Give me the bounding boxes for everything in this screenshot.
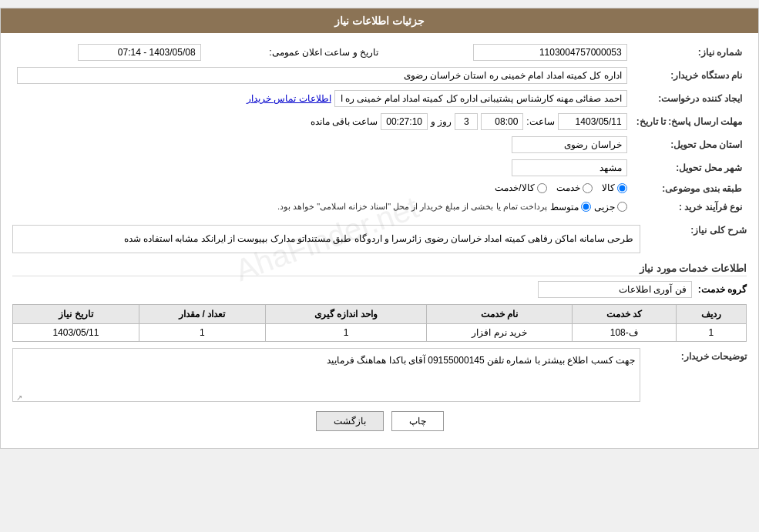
category-radio-kala-khedmat[interactable] xyxy=(537,183,547,193)
category-radio-kala[interactable] xyxy=(617,183,627,193)
cell-date: 1403/05/11 xyxy=(13,323,139,341)
category-label-khedmat: خدمت xyxy=(556,182,580,193)
category-label-kala-khedmat: کالا/خدمت xyxy=(495,182,534,193)
send-time-label: ساعت: xyxy=(526,116,554,127)
category-radio-group: کالا خدمت کالا/خدمت xyxy=(495,182,626,193)
province-value-cell: خراسان رضوی xyxy=(12,133,632,156)
buttons-row: چاپ بازگشت xyxy=(12,411,747,431)
city-label: شهر محل تحویل: xyxy=(632,156,747,179)
services-section-title: اطلاعات خدمات مورد نیاز xyxy=(12,263,747,276)
purchase-type-label: نوع فرآیند خرید : xyxy=(632,199,747,216)
send-days-box: 3 xyxy=(455,113,478,130)
need-number-value-cell: 1103004757000053 xyxy=(394,41,632,64)
buyer-notes-text: جهت کسب اطلاع بیشتر با شماره تلفن 091550… xyxy=(327,355,635,366)
cell-name: خرید نرم افزار xyxy=(427,323,573,341)
requester-link[interactable]: اطلاعات تماس خریدار xyxy=(247,93,331,104)
category-label: طبقه بندی موضوعی: xyxy=(632,179,747,199)
cell-quantity: 1 xyxy=(139,323,265,341)
col-unit: واحد اندازه گیری xyxy=(265,304,427,323)
city-value-cell: مشهد xyxy=(12,156,632,179)
description-section: شرح کلی نیاز: AhaFinder.net طرحی سامانه … xyxy=(12,222,747,256)
services-table-body: 1 ف-108 خرید نرم افزار 1 1 1403/05/11 xyxy=(13,323,747,341)
page-wrapper: جزئیات اطلاعات نیاز شماره نیاز: 11030047… xyxy=(0,8,759,449)
category-option-khedmat[interactable]: خدمت xyxy=(556,182,593,193)
public-date-label-cell: تاریخ و ساعت اعلان عمومی: xyxy=(206,41,394,64)
send-deadline-value-cell: 1403/05/11 ساعت: 08:00 3 روز و 00:27:10 … xyxy=(12,110,632,133)
row-city: شهر محل تحویل: مشهد xyxy=(12,156,747,179)
need-number-label: شماره نیاز: xyxy=(632,41,747,64)
cell-row: 1 xyxy=(676,323,746,341)
purchase-type-value-cell: جزیی متوسط پرداخت تمام یا بخشی از مبلغ خ… xyxy=(12,199,632,216)
row-province: استان محل تحویل: خراسان رضوی xyxy=(12,133,747,156)
service-group-box: فن آوری اطلاعات xyxy=(538,281,692,298)
page-header: جزئیات اطلاعات نیاز xyxy=(1,8,758,33)
row-send-deadline: مهلت ارسال پاسخ: تا تاریخ: 1403/05/11 سا… xyxy=(12,110,747,133)
resize-handle: ↗ xyxy=(15,392,22,400)
requester-box: احمد صفائی مهنه کارشناس پشتیبانی اداره ک… xyxy=(334,90,627,107)
row-need-number: شماره نیاز: 1103004757000053 تاریخ و ساع… xyxy=(12,41,747,64)
purchase-type-desc: پرداخت تمام یا بخشی از مبلغ خریدار از مح… xyxy=(277,202,547,212)
province-label: استان محل تحویل: xyxy=(632,133,747,156)
description-label: شرح کلی نیاز: xyxy=(646,222,747,236)
purchase-type-radio-motavasset[interactable] xyxy=(581,202,591,212)
purchase-type-option-motavasset[interactable]: متوسط xyxy=(550,202,591,212)
purchase-type-radio-jozi[interactable] xyxy=(617,202,627,212)
services-table-header: ردیف کد خدمت نام خدمت واحد اندازه گیری ت… xyxy=(13,304,747,323)
send-date-box: 1403/05/11 xyxy=(558,113,627,130)
buyer-org-value-cell: اداره کل کمیته امداد امام خمینی ره استان… xyxy=(12,64,632,87)
public-date-box: 1403/05/08 - 07:14 xyxy=(78,44,201,61)
send-remaining-label: ساعت باقی مانده xyxy=(311,116,378,127)
requester-value-cell: احمد صفائی مهنه کارشناس پشتیبانی اداره ک… xyxy=(12,87,632,110)
send-remaining-box: 00:27:10 xyxy=(381,113,428,130)
city-box: مشهد xyxy=(512,159,627,176)
buyer-org-label: نام دستگاه خریدار: xyxy=(632,64,747,87)
requester-label: ایجاد کننده درخواست: xyxy=(632,87,747,110)
category-label-kala: کالا xyxy=(602,182,615,193)
cell-unit: 1 xyxy=(265,323,427,341)
purchase-type-label-jozi: جزیی xyxy=(594,202,615,212)
category-value-cell: کالا خدمت کالا/خدمت xyxy=(12,179,632,199)
buyer-notes-wrapper: جهت کسب اطلاع بیشتر با شماره تلفن 091550… xyxy=(12,348,640,402)
col-quantity: تعداد / مقدار xyxy=(139,304,265,323)
purchase-type-label-motavasset: متوسط xyxy=(550,202,579,212)
category-option-kala-khedmat[interactable]: کالا/خدمت xyxy=(495,182,546,193)
row-category: طبقه بندی موضوعی: کالا خدمت xyxy=(12,179,747,199)
send-time-box: 08:00 xyxy=(481,113,523,130)
need-number-box: 1103004757000053 xyxy=(473,44,627,61)
row-buyer-org: نام دستگاه خریدار: اداره کل کمیته امداد … xyxy=(12,64,747,87)
page-title: جزئیات اطلاعات نیاز xyxy=(334,15,425,27)
services-header-row: ردیف کد خدمت نام خدمت واحد اندازه گیری ت… xyxy=(13,304,747,323)
category-option-kala[interactable]: کالا xyxy=(602,182,627,193)
cell-code: ف-108 xyxy=(572,323,676,341)
col-name: نام خدمت xyxy=(427,304,573,323)
service-group-row: گروه خدمت: فن آوری اطلاعات xyxy=(12,281,747,298)
buyer-org-box: اداره کل کمیته امداد امام خمینی ره استان… xyxy=(17,67,627,84)
buyer-notes-box: جهت کسب اطلاع بیشتر با شماره تلفن 091550… xyxy=(12,348,640,402)
col-date: تاریخ نیاز xyxy=(13,304,139,323)
col-code: کد خدمت xyxy=(572,304,676,323)
content-area: شماره نیاز: 1103004757000053 تاریخ و ساع… xyxy=(1,33,758,448)
purchase-type-option-jozi[interactable]: جزیی xyxy=(594,202,627,212)
back-button[interactable]: بازگشت xyxy=(316,411,384,431)
province-box: خراسان رضوی xyxy=(512,136,627,153)
row-requester: ایجاد کننده درخواست: احمد صفائی مهنه کار… xyxy=(12,87,747,110)
public-date-value-cell: 1403/05/08 - 07:14 xyxy=(12,41,206,64)
services-table: ردیف کد خدمت نام خدمت واحد اندازه گیری ت… xyxy=(12,304,747,342)
description-text: طرحی سامانه اماکن رفاهی کمیته امداد خراس… xyxy=(124,233,633,244)
buyer-notes-label: توضیحات خریدار: xyxy=(646,348,747,362)
category-radio-khedmat[interactable] xyxy=(583,183,593,193)
main-info-table: شماره نیاز: 1103004757000053 تاریخ و ساع… xyxy=(12,41,747,216)
description-content: AhaFinder.net طرحی سامانه اماکن رفاهی کم… xyxy=(12,225,640,253)
print-button[interactable]: چاپ xyxy=(391,411,444,431)
row-purchase-type: نوع فرآیند خرید : جزیی متوسط پرداخت تمام… xyxy=(12,199,747,216)
buyer-notes-section: توضیحات خریدار: جهت کسب اطلاع بیشتر با ش… xyxy=(12,348,747,402)
send-deadline-label: مهلت ارسال پاسخ: تا تاریخ: xyxy=(632,110,747,133)
table-row: 1 ف-108 خرید نرم افزار 1 1 1403/05/11 xyxy=(13,323,747,341)
public-date-label: تاریخ و ساعت اعلان عمومی: xyxy=(269,47,378,58)
col-row: ردیف xyxy=(676,304,746,323)
send-days-label: روز و xyxy=(431,116,452,127)
service-group-label: گروه خدمت: xyxy=(698,284,747,295)
